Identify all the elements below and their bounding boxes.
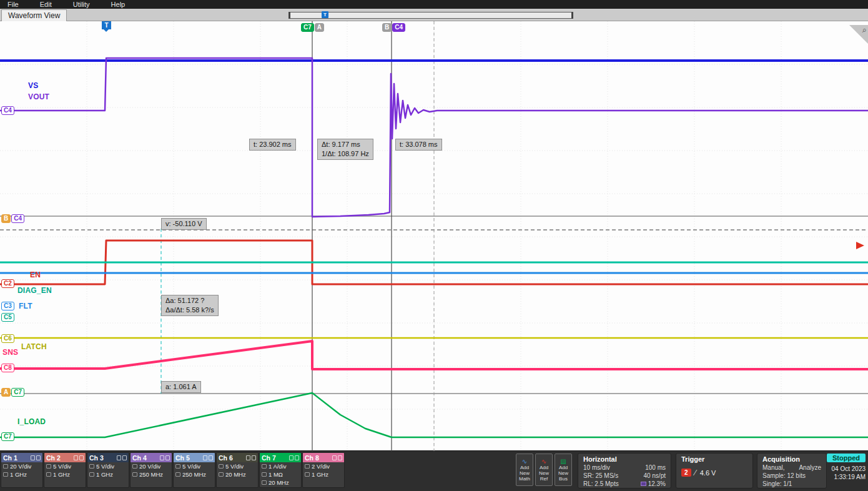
measurement-readout-3[interactable]: v: -50.110 V bbox=[161, 218, 207, 230]
channel-setting-value: 250 MHz bbox=[139, 471, 163, 478]
menu-item-file[interactable]: File bbox=[7, 1, 19, 8]
measurement-readout-0[interactable]: t: 23.902 ms bbox=[249, 139, 296, 151]
add-new-bus-button[interactable]: ▤AddNewBus bbox=[555, 454, 572, 486]
trace-label-vs: VS bbox=[28, 81, 38, 90]
probe-icon bbox=[252, 455, 256, 460]
probe-icon bbox=[89, 472, 94, 477]
channel-setting-value: 20 MHz bbox=[269, 479, 289, 486]
acquisition-sample: Sample: 12 bits bbox=[762, 472, 806, 480]
channel-widget-ch-2[interactable]: Ch 25 V/div1 GHz bbox=[44, 452, 86, 488]
probe-icon bbox=[262, 472, 267, 477]
tab-bar: Waveform View T bbox=[0, 9, 868, 21]
waveform-view[interactable]: T ⌕ VSVOUTENDIAG_ENFLTLATCHSNSI_LOADC4BC… bbox=[0, 21, 868, 451]
record-length: RL: 2.5 Mpts bbox=[583, 480, 619, 488]
channel-header-ch-8: Ch 8 bbox=[303, 453, 344, 462]
measurement-line: Δt: 9.177 ms bbox=[322, 140, 369, 149]
add-new-math-button[interactable]: ∿AddNewMath bbox=[516, 454, 533, 486]
probe-icon bbox=[165, 455, 170, 460]
channel-setting-value: 5 V/div bbox=[96, 463, 114, 470]
measurement-readout-2[interactable]: t: 33.078 ms bbox=[395, 139, 442, 151]
trace-label-sns: SNS bbox=[2, 348, 18, 357]
channel-header-icons bbox=[160, 455, 170, 460]
cursor-tag-c7-a[interactable]: C7A bbox=[301, 23, 324, 32]
channel-widget-ch-1[interactable]: Ch 120 V/div1 GHz bbox=[1, 452, 43, 488]
channel-chip-b: B bbox=[1, 214, 11, 223]
acquisition-mode: Manual, bbox=[762, 464, 785, 472]
measurement-readout-1[interactable]: Δt: 9.177 ms1/Δt: 108.97 Hz bbox=[317, 139, 373, 160]
channel-setting-value: 20 MHz bbox=[225, 471, 246, 478]
add-button-label: Add bbox=[555, 465, 571, 470]
trace-label-i-load: I_LOAD bbox=[17, 417, 46, 426]
channel-setting-row: 1 MΩ bbox=[260, 470, 301, 479]
channel-widget-ch-5[interactable]: Ch 55 V/div250 MHz bbox=[173, 452, 215, 488]
channel-tag-c3[interactable]: C3 bbox=[1, 302, 14, 310]
acquisition-title: Acquisition bbox=[762, 455, 821, 463]
menu-item-edit[interactable]: Edit bbox=[40, 1, 52, 8]
status-date: 04 Oct 2023 bbox=[827, 465, 866, 473]
channel-chip-c5: C5 bbox=[1, 313, 14, 322]
add-new-ref-button[interactable]: ∿AddNewRef bbox=[535, 454, 553, 486]
add-button-label: Bus bbox=[555, 476, 571, 482]
probe-icon bbox=[305, 472, 310, 477]
measurement-line: a: 1.061 A bbox=[165, 382, 197, 392]
channel-name: Ch 5 bbox=[175, 454, 190, 462]
probe-icon bbox=[117, 455, 121, 460]
channel-setting-value: 1 GHz bbox=[96, 471, 113, 478]
cursor-tag-b-c4[interactable]: BC4 bbox=[382, 23, 405, 32]
probe-icon bbox=[219, 472, 224, 477]
channel-tag-b-c4[interactable]: BC4 bbox=[1, 214, 24, 223]
cursor-chip-a: A bbox=[315, 23, 324, 32]
channel-badges-row: Ch 120 V/div1 GHzCh 25 V/div1 GHzCh 35 V… bbox=[1, 452, 345, 488]
acquisition-panel[interactable]: Acquisition Manual, Analyze Sample: 12 b… bbox=[757, 453, 827, 489]
measurement-line: Δa/Δt: 5.58 k?/s bbox=[165, 305, 214, 315]
channel-tag-c2[interactable]: C2 bbox=[1, 279, 14, 288]
add-button-label: New bbox=[555, 470, 571, 476]
measurement-readout-5[interactable]: a: 1.061 A bbox=[161, 381, 201, 393]
channel-setting-value: 1 A/div bbox=[269, 463, 287, 470]
trigger-level: 4.6 V bbox=[700, 469, 716, 477]
channel-tag-c8[interactable]: C8 bbox=[1, 364, 14, 372]
view-percent-wrap: 12.3% bbox=[641, 480, 666, 488]
measurement-readout-4[interactable]: Δa: 51.172 ?Δa/Δt: 5.58 k?/s bbox=[161, 295, 219, 316]
channel-widget-ch-8[interactable]: Ch 82 V/div1 GHz bbox=[302, 452, 345, 488]
channel-setting-row: 20 MHz bbox=[217, 470, 258, 479]
channel-chip-c4: C4 bbox=[11, 214, 24, 223]
channel-name: Ch 3 bbox=[89, 454, 104, 462]
horizontal-panel[interactable]: Horizontal 10 ms/div 100 ms SR: 25 MS/s … bbox=[578, 453, 671, 489]
trigger-level-arrow[interactable] bbox=[856, 242, 864, 249]
trigger-panel[interactable]: Trigger 2 ∕ 4.6 V bbox=[676, 453, 753, 489]
trigger-title: Trigger bbox=[681, 455, 747, 463]
channel-name: Ch 6 bbox=[219, 454, 233, 462]
menu-item-utility[interactable]: Utility bbox=[73, 1, 90, 8]
acquisition-single: Single: 1/1 bbox=[762, 480, 792, 488]
probe-icon bbox=[79, 455, 84, 460]
horizontal-title: Horizontal bbox=[583, 455, 666, 463]
probe-icon bbox=[160, 455, 164, 460]
menu-item-help[interactable]: Help bbox=[111, 1, 126, 8]
channel-tag-a-c7[interactable]: AC7 bbox=[1, 388, 24, 397]
channel-name: Ch 2 bbox=[46, 454, 61, 462]
channel-setting-row: 5 V/div bbox=[44, 462, 86, 470]
measurement-line: v: -50.110 V bbox=[165, 219, 202, 229]
channel-widget-ch-6[interactable]: Ch 65 V/div20 MHz bbox=[216, 452, 259, 488]
channel-header-icons bbox=[332, 455, 342, 460]
trigger-position-flag[interactable]: T bbox=[102, 21, 111, 29]
channel-tag-c5[interactable]: C5 bbox=[1, 313, 14, 322]
channel-widget-ch-4[interactable]: Ch 420 V/div250 MHz bbox=[130, 452, 172, 488]
ref-icon: ∿ bbox=[536, 458, 552, 465]
run-stop-status[interactable]: Stopped bbox=[827, 454, 866, 462]
tab-waveform-view[interactable]: Waveform View bbox=[1, 9, 67, 21]
acquisition-overview-bar[interactable]: T bbox=[289, 12, 573, 19]
channel-tag-c4[interactable]: C4 bbox=[1, 106, 14, 115]
add-button-label: Add bbox=[516, 465, 533, 470]
channel-setting-value: 1 GHz bbox=[312, 471, 328, 478]
channel-widget-ch-3[interactable]: Ch 35 V/div1 GHz bbox=[87, 452, 129, 488]
channel-setting-value: 20 V/div bbox=[139, 463, 160, 470]
probe-icon bbox=[74, 455, 78, 460]
channel-tag-c6[interactable]: C6 bbox=[1, 334, 14, 343]
channel-setting-value: 5 V/div bbox=[225, 463, 244, 470]
channel-widget-ch-7[interactable]: Ch 71 A/div1 MΩ20 MHz bbox=[259, 452, 302, 488]
zoom-corner-icon[interactable]: ⌕ bbox=[849, 25, 868, 44]
probe-icon bbox=[338, 455, 342, 460]
channel-tag-c7[interactable]: C7 bbox=[1, 432, 14, 441]
